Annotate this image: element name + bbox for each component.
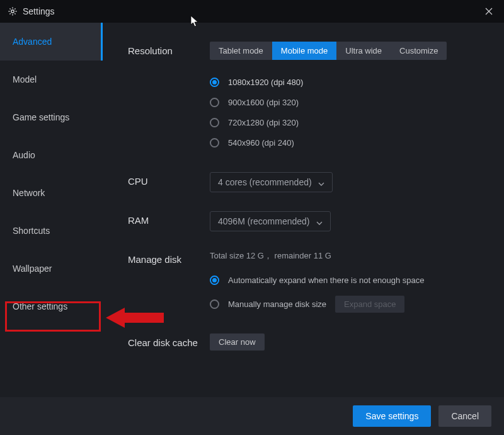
resolution-radio-label: 1080x1920 (dpi 480) <box>228 78 303 87</box>
sidebar: AdvancedModelGame settingsAudioNetworkSh… <box>0 23 103 397</box>
ram-label: RAM <box>128 211 210 231</box>
resolution-radio-label: 900x1600 (dpi 320) <box>228 98 299 107</box>
ram-select[interactable]: 4096M (recommended) <box>210 211 331 231</box>
resolution-option: 900x1600 (dpi 320) <box>210 93 479 112</box>
close-button[interactable] <box>474 0 504 23</box>
disk-auto-label: Automatically expand when there is not e… <box>228 276 424 285</box>
chevron-down-icon <box>318 179 324 185</box>
sidebar-item-shortcuts[interactable]: Shortcuts <box>0 212 103 250</box>
resolution-tabs: Tablet modeMobile modeUltra wideCustomiz… <box>210 42 447 60</box>
window-title: Settings <box>23 6 55 16</box>
sidebar-item-game-settings[interactable]: Game settings <box>0 98 103 136</box>
resolution-option: 720x1280 (dpi 320) <box>210 113 479 132</box>
svg-point-0 <box>11 10 14 13</box>
sidebar-item-advanced[interactable]: Advanced <box>0 23 103 61</box>
resolution-label: Resolution <box>128 42 210 153</box>
disk-info: Total size 12 G， remainder 11 G <box>210 250 479 262</box>
resolution-radio[interactable] <box>210 118 219 127</box>
tab-tablet-mode[interactable]: Tablet mode <box>210 42 272 60</box>
sidebar-item-network[interactable]: Network <box>0 174 103 212</box>
tab-mobile-mode[interactable]: Mobile mode <box>272 42 336 60</box>
clear-cache-label: Clear disk cache <box>128 334 210 351</box>
resolution-options: 1080x1920 (dpi 480)900x1600 (dpi 320)720… <box>210 72 479 152</box>
sidebar-item-other-settings[interactable]: Other settings <box>0 287 103 325</box>
sidebar-item-label: Advanced <box>13 37 52 47</box>
sidebar-item-audio[interactable]: Audio <box>0 136 103 174</box>
disk-auto-radio[interactable] <box>210 276 219 285</box>
resolution-option: 1080x1920 (dpi 480) <box>210 72 479 91</box>
expand-space-button: Expand space <box>335 296 404 313</box>
disk-manual-radio[interactable] <box>210 299 219 309</box>
cpu-label: CPU <box>128 172 210 192</box>
save-button[interactable]: Save settings <box>353 405 431 427</box>
sidebar-item-label: Audio <box>13 150 35 160</box>
resolution-radio-label: 720x1280 (dpi 320) <box>228 118 299 127</box>
resolution-radio[interactable] <box>210 138 219 148</box>
sidebar-item-label: Model <box>13 74 37 84</box>
resolution-radio[interactable] <box>210 98 219 107</box>
sidebar-item-label: Network <box>13 188 45 198</box>
tab-ultra-wide[interactable]: Ultra wide <box>336 42 391 60</box>
resolution-option: 540x960 (dpi 240) <box>210 133 479 152</box>
tab-customize[interactable]: Customize <box>391 42 447 60</box>
chevron-down-icon <box>316 218 323 224</box>
titlebar: Settings <box>0 0 504 23</box>
sidebar-item-model[interactable]: Model <box>0 61 103 98</box>
ram-value: 4096M (recommended) <box>218 216 310 226</box>
sidebar-item-label: Shortcuts <box>13 226 50 236</box>
footer: Save settings Cancel <box>0 397 504 435</box>
sidebar-item-label: Wallpaper <box>13 264 52 274</box>
disk-manual-label: Manually manage disk size <box>228 299 326 309</box>
resolution-radio[interactable] <box>210 78 219 87</box>
sidebar-item-wallpaper[interactable]: Wallpaper <box>0 250 103 287</box>
sidebar-item-label: Other settings <box>13 301 67 311</box>
gear-icon <box>8 6 18 16</box>
sidebar-item-label: Game settings <box>13 112 69 122</box>
cpu-value: 4 cores (recommended) <box>218 177 312 187</box>
main-panel: Resolution Tablet modeMobile modeUltra w… <box>103 23 504 397</box>
content: AdvancedModelGame settingsAudioNetworkSh… <box>0 23 504 397</box>
manage-disk-label: Manage disk <box>128 250 210 315</box>
clear-now-button[interactable]: Clear now <box>210 334 265 351</box>
cancel-button[interactable]: Cancel <box>438 405 491 427</box>
cpu-select[interactable]: 4 cores (recommended) <box>210 172 333 192</box>
resolution-radio-label: 540x960 (dpi 240) <box>228 138 294 148</box>
